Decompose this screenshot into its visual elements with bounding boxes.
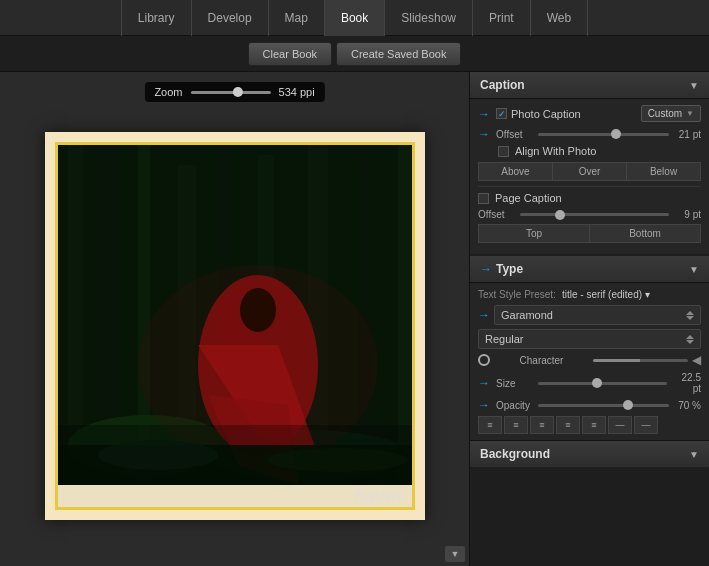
align-btn-7[interactable]: — xyxy=(634,416,658,434)
scroll-down-button[interactable]: ▼ xyxy=(445,546,465,562)
size-slider[interactable] xyxy=(538,382,667,385)
page-offset-value: 9 pt xyxy=(673,209,701,220)
caption-strip: Reprieve xyxy=(58,485,412,507)
photo-image xyxy=(58,145,412,485)
nav-develop[interactable]: Develop xyxy=(192,0,269,36)
size-value: 22.5 pt xyxy=(671,372,701,394)
text-style-preset-row: Text Style Preset: title - serif (edited… xyxy=(478,289,701,300)
align-btn-2[interactable]: ≡ xyxy=(504,416,528,434)
photo-caption-left: → Photo Caption xyxy=(478,107,581,121)
align-with-photo-checkbox[interactable] xyxy=(498,146,509,157)
zoom-value: 534 ppi xyxy=(279,86,315,98)
align-btn-1[interactable]: ≡ xyxy=(478,416,502,434)
font-arrow-icon: → xyxy=(478,308,490,322)
nav-library[interactable]: Library xyxy=(121,0,192,36)
page-caption-row: Page Caption xyxy=(478,192,701,204)
font-select[interactable]: Garamond xyxy=(494,305,701,325)
caption-section-title: Caption xyxy=(480,78,525,92)
caption-section-content: → Photo Caption Custom ▼ → Offset 21 pt xyxy=(470,99,709,254)
font-select-arrows xyxy=(686,311,694,320)
photo-caption-checkbox[interactable] xyxy=(496,108,507,119)
align-btn-4[interactable]: ≡ xyxy=(556,416,580,434)
clear-book-button[interactable]: Clear Book xyxy=(248,42,332,66)
nav-web[interactable]: Web xyxy=(531,0,588,36)
align-btn-5[interactable]: ≡ xyxy=(582,416,606,434)
type-section-content: Text Style Preset: title - serif (edited… xyxy=(470,283,709,440)
top-bottom-buttons: Top Bottom xyxy=(478,224,701,243)
size-arrow-icon: → xyxy=(478,376,490,390)
character-label: Character xyxy=(494,355,589,366)
align-btn-6[interactable]: — xyxy=(608,416,632,434)
svg-rect-18 xyxy=(58,445,412,485)
toolbar: Clear Book Create Saved Book xyxy=(0,36,709,72)
size-label: Size xyxy=(496,378,534,389)
custom-dropdown-arrow: ▼ xyxy=(686,109,694,118)
page-caption-checkbox[interactable] xyxy=(478,193,489,204)
divider-1 xyxy=(478,186,701,187)
page-offset-slider[interactable] xyxy=(520,213,669,216)
svg-rect-9 xyxy=(398,145,412,485)
style-select[interactable]: Regular xyxy=(478,329,701,349)
style-select-arrows xyxy=(686,335,694,344)
caption-section-header[interactable]: Caption ▼ xyxy=(470,72,709,99)
offset-row: → Offset 21 pt xyxy=(478,127,701,141)
svg-rect-1 xyxy=(68,145,83,485)
opacity-slider[interactable] xyxy=(538,404,669,407)
page-offset-label: Offset xyxy=(478,209,516,220)
photo-caption-row: → Photo Caption Custom ▼ xyxy=(478,105,701,122)
svg-rect-3 xyxy=(138,145,150,485)
above-button[interactable]: Above xyxy=(478,162,553,181)
top-button[interactable]: Top xyxy=(478,224,590,243)
below-button[interactable]: Below xyxy=(627,162,701,181)
page-caption-label: Page Caption xyxy=(495,192,562,204)
tri-down-icon xyxy=(686,316,694,320)
background-section-header[interactable]: Background ▼ xyxy=(470,440,709,467)
nav-map[interactable]: Map xyxy=(269,0,325,36)
text-style-preset-label: Text Style Preset: xyxy=(478,289,558,300)
photo-caption-label: Photo Caption xyxy=(511,108,581,120)
opacity-value: 70 % xyxy=(673,400,701,411)
type-section-title: Type xyxy=(496,262,523,276)
toolbar-buttons: Clear Book Create Saved Book xyxy=(8,42,701,66)
type-arrow-icon: → xyxy=(480,262,492,276)
size-row: → Size 22.5 pt xyxy=(478,372,701,394)
page-offset-row: Offset 9 pt xyxy=(478,209,701,220)
zoom-bar: Zoom 534 ppi xyxy=(144,82,324,102)
custom-label: Custom xyxy=(648,108,682,119)
photo-caption-arrow-icon: → xyxy=(478,107,490,121)
zoom-slider[interactable] xyxy=(191,91,271,94)
custom-dropdown[interactable]: Custom ▼ xyxy=(641,105,701,122)
photo-frame-inner: Reprieve xyxy=(55,142,415,510)
character-bar xyxy=(593,359,688,362)
type-header-left: → Type xyxy=(480,262,523,276)
font-label: Garamond xyxy=(501,309,553,321)
background-collapse-icon: ▼ xyxy=(689,449,699,460)
nav-book[interactable]: Book xyxy=(325,0,385,36)
create-saved-book-button[interactable]: Create Saved Book xyxy=(336,42,461,66)
offset-arrow-icon: → xyxy=(478,127,490,141)
bottom-button[interactable]: Bottom xyxy=(590,224,701,243)
font-row: → Garamond xyxy=(478,305,701,325)
offset-value: 21 pt xyxy=(673,129,701,140)
offset-slider[interactable] xyxy=(538,133,669,136)
caption-collapse-icon: ▼ xyxy=(689,80,699,91)
nav-slideshow[interactable]: Slideshow xyxy=(385,0,473,36)
svg-point-20 xyxy=(268,448,408,472)
offset-label: Offset xyxy=(496,129,534,140)
opacity-row: → Opacity 70 % xyxy=(478,398,701,412)
character-circle-icon xyxy=(478,354,490,366)
type-collapse-icon: ▼ xyxy=(689,264,699,275)
right-panel: Caption ▼ → Photo Caption Custom ▼ → xyxy=(469,72,709,566)
background-section-title: Background xyxy=(480,447,550,461)
text-style-preset-value: title - serif (edited) ▾ xyxy=(562,289,650,300)
svg-point-19 xyxy=(98,440,218,470)
photo-frame-outer: Reprieve xyxy=(45,132,425,520)
opacity-arrow-icon: → xyxy=(478,398,490,412)
align-btn-3[interactable]: ≡ xyxy=(530,416,554,434)
over-button[interactable]: Over xyxy=(553,162,627,181)
nav-print[interactable]: Print xyxy=(473,0,531,36)
opacity-label: Opacity xyxy=(496,400,534,411)
align-with-photo-row: Align With Photo xyxy=(478,145,701,157)
type-section-header[interactable]: → Type ▼ xyxy=(470,256,709,283)
tri-up-icon xyxy=(686,311,694,315)
